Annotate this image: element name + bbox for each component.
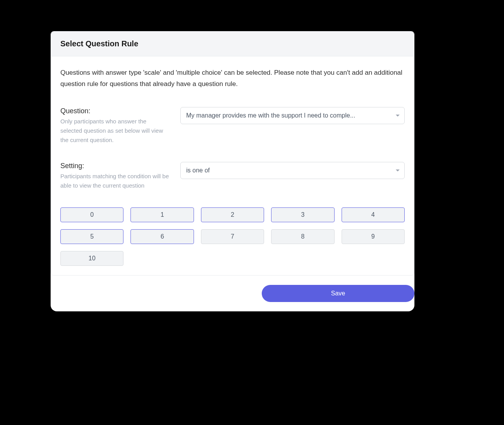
question-rule-panel: Select Question Rule Questions with answ…	[51, 31, 414, 276]
setting-label: Setting:	[60, 162, 169, 170]
chevron-down-icon	[396, 169, 400, 171]
question-select-value: My manager provides me with the support …	[186, 112, 389, 119]
setting-field-row: Setting: Participants matching the condi…	[60, 162, 405, 190]
option-10[interactable]: 10	[60, 251, 123, 266]
panel-body: Questions with answer type 'scale' and '…	[51, 56, 414, 275]
option-6[interactable]: 6	[130, 229, 194, 244]
option-9[interactable]: 9	[342, 229, 405, 244]
save-button[interactable]: Save	[262, 285, 414, 302]
option-4[interactable]: 4	[342, 207, 405, 222]
option-3[interactable]: 3	[271, 207, 334, 222]
option-7[interactable]: 7	[201, 229, 264, 244]
question-label: Question:	[60, 107, 169, 115]
panel-title: Select Question Rule	[60, 39, 405, 48]
question-label-col: Question: Only participants who answer t…	[60, 107, 169, 145]
setting-label-col: Setting: Participants matching the condi…	[60, 162, 169, 190]
setting-control-col: is one of	[180, 162, 405, 190]
setting-select-value: is one of	[186, 167, 389, 174]
question-help: Only participants who answer the selecte…	[60, 117, 169, 145]
modal-footer: Save	[51, 276, 414, 311]
question-select[interactable]: My manager provides me with the support …	[180, 107, 405, 124]
option-1[interactable]: 1	[130, 207, 194, 222]
option-2[interactable]: 2	[201, 207, 264, 222]
panel-description: Questions with answer type 'scale' and '…	[60, 67, 405, 90]
panel-header: Select Question Rule	[51, 32, 414, 56]
option-8[interactable]: 8	[271, 229, 334, 244]
options-grid: 012345678910	[60, 207, 405, 266]
chevron-down-icon	[396, 114, 400, 116]
modal: Select Question Rule Questions with answ…	[51, 31, 414, 311]
question-field-row: Question: Only participants who answer t…	[60, 107, 405, 145]
question-control-col: My manager provides me with the support …	[180, 107, 405, 145]
setting-select[interactable]: is one of	[180, 162, 405, 179]
setting-help: Participants matching the condition will…	[60, 172, 169, 190]
option-0[interactable]: 0	[60, 207, 123, 222]
option-5[interactable]: 5	[60, 229, 123, 244]
